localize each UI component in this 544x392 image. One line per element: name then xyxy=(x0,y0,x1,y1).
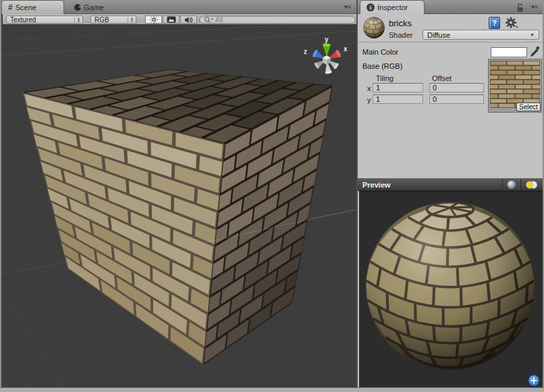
preview-header[interactable]: Preview xyxy=(358,178,543,191)
scene-search-input[interactable]: All xyxy=(199,16,356,24)
tiling-y-field[interactable]: 1 xyxy=(373,94,423,104)
preview-sphere xyxy=(359,192,543,388)
tiling-x-field[interactable]: 1 xyxy=(373,83,423,92)
audio-toggle-button[interactable] xyxy=(180,16,197,24)
tiling-row-y-label: y xyxy=(367,96,371,104)
header-separator xyxy=(358,42,543,43)
offset-y-field[interactable]: 0 xyxy=(429,94,484,104)
search-placeholder: All xyxy=(215,16,223,24)
brick-texture-image xyxy=(490,61,540,108)
tab-game-label: Game xyxy=(84,3,104,11)
color-mode-dropdown[interactable]: RGB ▲▼ xyxy=(90,16,136,24)
gizmo-center-cube[interactable] xyxy=(323,55,331,65)
search-icon xyxy=(204,16,214,24)
gizmo-z-label: z xyxy=(304,48,307,55)
tiling-header: Tiling xyxy=(376,74,393,82)
preview-area[interactable] xyxy=(359,191,543,387)
image-icon xyxy=(167,16,176,23)
help-question-icon: ? xyxy=(492,19,497,27)
draw-mode-value: Textured xyxy=(10,16,36,24)
material-header: bricks Shader Diffuse ▼ ? xyxy=(358,14,543,42)
shader-dropdown[interactable]: Diffuse ▼ xyxy=(423,30,539,40)
gear-dropdown-caret xyxy=(516,26,518,28)
inspector-panel: i Inspector ▾≡ bricks Shader Diffuse ▼ ? xyxy=(358,0,543,387)
scene-panel-menu-icon[interactable]: ▾≡ xyxy=(344,4,351,10)
scene-tabbar: # Scene Game ▾≡ xyxy=(1,0,356,14)
shader-label: Shader xyxy=(389,31,412,39)
tab-scene-label: Scene xyxy=(16,3,36,11)
preview-mesh-button[interactable] xyxy=(502,179,520,190)
speaker-icon xyxy=(184,16,193,24)
game-icon xyxy=(74,4,81,11)
shader-value: Diffuse xyxy=(427,31,450,39)
updown-arrows-icon: ▲▼ xyxy=(74,17,82,22)
main-color-swatch[interactable] xyxy=(491,47,527,57)
help-button[interactable]: ? xyxy=(489,17,500,29)
gear-menu-button[interactable] xyxy=(505,17,518,29)
tab-game[interactable]: Game xyxy=(74,0,104,14)
chevron-down-icon: ▼ xyxy=(530,32,539,37)
add-button[interactable] xyxy=(528,374,540,387)
tab-inspector[interactable]: i Inspector xyxy=(360,0,425,14)
scene-viewport[interactable]: y x z xyxy=(1,25,356,387)
scene-grid-icon: # xyxy=(8,3,13,12)
unity-editor-window: # Scene Game ▾≡ Textured ▲▼ RGB ▲▼ xyxy=(0,0,544,392)
skybox-toggle-button[interactable] xyxy=(163,16,180,24)
tiling-row-x-label: x xyxy=(367,84,371,92)
scene-toolbar: Textured ▲▼ RGB ▲▼ xyxy=(3,14,358,25)
lighting-toggle-button[interactable] xyxy=(145,16,162,24)
gizmo-x-label: x xyxy=(344,45,348,53)
orientation-gizmo[interactable]: y x z xyxy=(301,34,352,86)
material-sphere-icon xyxy=(362,16,385,39)
material-name: bricks xyxy=(389,18,412,28)
base-rgb-label: Base (RGB) xyxy=(362,62,402,70)
tab-scene[interactable]: # Scene xyxy=(1,0,64,14)
color-mode-value: RGB xyxy=(94,16,109,24)
base-texture-thumbnail[interactable]: Select xyxy=(488,59,542,113)
lights-icon xyxy=(525,180,539,190)
inspector-panel-menu-icon[interactable]: ▾≡ xyxy=(531,4,538,10)
info-icon: i xyxy=(366,3,375,11)
window-border-left xyxy=(0,0,1,387)
draw-mode-dropdown[interactable]: Textured ▲▼ xyxy=(6,16,83,24)
texture-select-button[interactable]: Select xyxy=(516,103,541,111)
offset-x-field[interactable]: 0 xyxy=(429,83,484,92)
gizmo-y-cone[interactable] xyxy=(323,43,331,57)
offset-header: Offset xyxy=(432,74,452,82)
lock-icon[interactable] xyxy=(516,3,524,12)
eyedropper-icon[interactable] xyxy=(530,45,541,57)
main-color-label: Main Color xyxy=(362,48,398,56)
gizmo-y-label: y xyxy=(325,36,329,43)
preview-title: Preview xyxy=(358,181,391,189)
sphere-icon xyxy=(507,180,516,190)
window-border-bottom xyxy=(0,387,544,392)
tab-inspector-label: Inspector xyxy=(377,3,408,11)
sun-icon xyxy=(150,16,158,24)
preview-lighting-button[interactable] xyxy=(520,179,543,190)
inspector-tabbar: i Inspector ▾≡ xyxy=(358,0,543,14)
scene-panel: # Scene Game ▾≡ Textured ▲▼ RGB ▲▼ xyxy=(1,0,356,387)
updown-arrows-icon: ▲▼ xyxy=(128,17,136,22)
